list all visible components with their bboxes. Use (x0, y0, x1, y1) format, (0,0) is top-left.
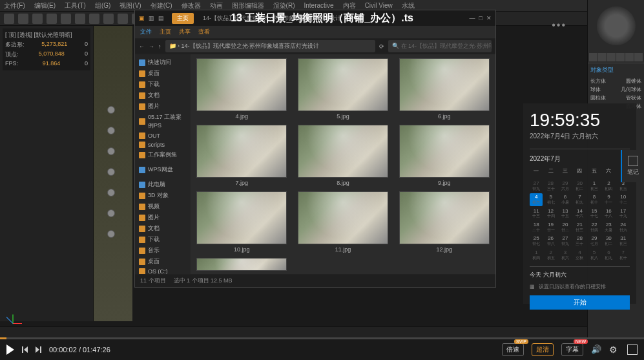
calendar-day[interactable]: 18二十 (530, 221, 543, 233)
calendar-day[interactable]: 19廿一 (544, 221, 557, 233)
calendar-day[interactable]: 2初四 (602, 180, 615, 192)
menu-item[interactable]: 动画 (210, 1, 223, 10)
sidebar-item[interactable]: OS (C:) (138, 267, 188, 274)
sidebar-item[interactable]: OUT (138, 131, 188, 140)
menu-item[interactable]: 编辑(E) (34, 1, 56, 10)
calendar-day[interactable]: 26廿八 (544, 235, 557, 247)
ribbon-tab[interactable]: 共享 (179, 28, 191, 36)
calendar-day[interactable]: 31初三 (617, 235, 630, 247)
explorer-ribbon-tabs[interactable]: 文件主页共享查看 (135, 26, 495, 39)
menu-item[interactable]: 组(G) (95, 1, 110, 10)
calendar-day[interactable]: 27廿九 (559, 235, 572, 247)
calendar-day[interactable]: 9十一 (602, 193, 615, 206)
sidebar-item[interactable]: scripts (138, 140, 188, 149)
calendar-day[interactable]: 16十八 (602, 207, 615, 220)
ribbon-tab[interactable]: 查看 (198, 28, 210, 36)
sidebar-item[interactable]: 桌面 (138, 68, 188, 79)
explorer-min-icon[interactable]: — (470, 15, 475, 21)
menu-item[interactable]: 渲染(R) (273, 1, 295, 10)
menu-item[interactable]: 修改器 (182, 1, 201, 10)
calendar-day[interactable]: 8初十 (588, 193, 601, 206)
calendar-start-button[interactable]: 开始 (530, 295, 630, 310)
calendar-day[interactable]: 1初三 (588, 180, 601, 192)
sidebar-item[interactable]: 音乐 (138, 245, 188, 256)
explorer-max-icon[interactable]: □ (479, 15, 483, 21)
nav-up-icon[interactable]: ↑ (158, 43, 161, 50)
file-thumbnail[interactable]: 6.jpg (397, 58, 492, 120)
calendar-month[interactable]: 2022年7月 ˄ ˅ (530, 149, 630, 164)
sidebar-this-pc[interactable]: 此电脑 (138, 179, 188, 190)
settings-icon[interactable] (609, 344, 619, 355)
explorer-tab[interactable]: 主页 (172, 13, 194, 24)
quality-button[interactable]: 超清 (532, 343, 554, 356)
menu-item[interactable]: 创建(C) (151, 1, 172, 10)
calendar-day[interactable]: 4立秋 (573, 249, 586, 261)
sidebar-item[interactable]: 图片 (138, 101, 188, 112)
calendar-day[interactable]: 21廿三 (573, 221, 586, 233)
subtitle-button[interactable]: 字幕NEW (561, 343, 583, 356)
calendar-day[interactable]: 20廿二 (559, 221, 572, 233)
file-thumbnail[interactable]: 8.jpg (296, 125, 391, 186)
nav-back-icon[interactable]: ← (139, 43, 145, 50)
explorer-file-grid[interactable]: 4.jpg5.jpg6.jpg7.jpg8.jpg9.jpg10.jpg11.j… (191, 54, 495, 274)
explorer-sidebar[interactable]: 快速访问 桌面下载文档图片05.17 工装案例PSOUTscripts工作案例集… (135, 54, 191, 274)
calendar-day[interactable]: 2初五 (544, 249, 557, 261)
file-thumbnail[interactable]: 5.jpg (296, 58, 391, 120)
next-button[interactable] (36, 346, 41, 353)
sidebar-item[interactable]: 桌面 (138, 256, 188, 267)
calendar-day[interactable]: 30初二 (573, 180, 586, 192)
sidebar-wps[interactable]: WPS网盘 (138, 164, 188, 175)
sidebar-item[interactable]: 05.17 工装案例PS (138, 112, 188, 131)
calendar-day[interactable]: 11十三 (530, 207, 543, 220)
menu-item[interactable]: 视图(V) (119, 1, 141, 10)
calendar-day[interactable]: 13十五 (559, 207, 572, 220)
file-thumbnail[interactable]: 12.jpg (397, 191, 492, 253)
calendar-day[interactable]: 27廿九 (530, 180, 543, 192)
calendar-day[interactable]: 23大暑 (602, 221, 615, 233)
file-thumbnail[interactable]: 10.jpg (194, 191, 289, 253)
sidebar-quick-access[interactable]: 快速访问 (138, 57, 188, 68)
menu-item[interactable]: Civil View (365, 2, 393, 9)
sidebar-item[interactable]: 文档 (138, 90, 188, 101)
calendar-day[interactable]: 5初八 (588, 249, 601, 261)
calendar-day[interactable]: 6小暑 (559, 193, 572, 206)
prev-button[interactable] (22, 346, 28, 353)
calendar-day[interactable]: 25廿七 (530, 235, 543, 247)
file-thumbnail[interactable]: 9.jpg (397, 125, 492, 186)
volume-icon[interactable] (591, 344, 601, 355)
sidebar-item[interactable]: 下载 (138, 79, 188, 90)
fullscreen-icon[interactable] (627, 344, 638, 355)
search-input[interactable]: 🔍 在 14-【饮品】现代摩登之光·苏州印象城喜茶灯 (388, 40, 492, 52)
calendar-day[interactable]: 1初四 (530, 249, 543, 261)
calendar-day[interactable]: 5初七 (544, 193, 557, 206)
sidebar-item[interactable]: 工作案例集 (138, 149, 188, 160)
calendar-day[interactable]: 30初二 (602, 235, 615, 247)
sidebar-item[interactable]: 下载 (138, 234, 188, 245)
menu-item[interactable]: 内容 (343, 1, 356, 10)
file-thumbnail[interactable]: 11.jpg (296, 191, 391, 253)
calendar-day[interactable]: 29七月 (588, 235, 601, 247)
speed-button[interactable]: 倍速SVIP (502, 343, 524, 356)
file-thumbnail[interactable]: 7.jpg (194, 125, 289, 186)
calendar-day[interactable]: 3初六 (559, 249, 572, 261)
calendar-day[interactable]: 22廿四 (588, 221, 601, 233)
sidebar-item[interactable]: 视频 (138, 201, 188, 212)
calendar-day[interactable]: 15十七 (588, 207, 601, 220)
viewcube[interactable] (597, 6, 636, 45)
calendar-day[interactable]: 28三十 (573, 235, 586, 247)
calendar-day[interactable]: 24廿六 (617, 221, 630, 233)
play-button[interactable] (6, 344, 14, 355)
notes-tab[interactable]: 笔记 (621, 150, 644, 182)
file-thumbnail[interactable]: 4.jpg (194, 58, 289, 120)
calendar-grid[interactable]: 27廿九28三十29六月30初二1初三2初四3初五4初六5初七6小暑7初九8初十… (530, 180, 630, 261)
calendar-day[interactable]: 14十六 (573, 207, 586, 220)
calendar-day[interactable]: 7初九 (573, 193, 586, 206)
menu-item[interactable]: 水线 (402, 1, 415, 10)
calendar-day[interactable]: 6初九 (602, 249, 615, 261)
explorer-close-icon[interactable]: ✕ (486, 15, 492, 21)
sidebar-item[interactable]: 文档 (138, 223, 188, 234)
sidebar-item[interactable]: 3D 对象 (138, 190, 188, 201)
menu-item[interactable]: 图形编辑器 (232, 1, 264, 10)
calendar-day[interactable]: 4初六 (530, 193, 543, 206)
calendar-day[interactable]: 12十四 (544, 207, 557, 220)
